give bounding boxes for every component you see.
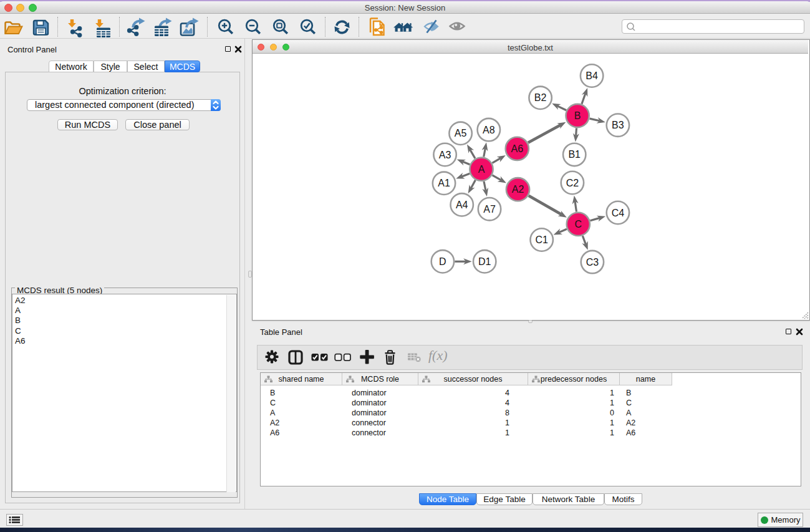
svg-text:B4: B4	[586, 70, 598, 81]
svg-text:A4: A4	[456, 200, 468, 210]
svg-text:A3: A3	[439, 150, 451, 160]
svg-text:A8: A8	[483, 125, 495, 135]
svg-text:A1: A1	[438, 178, 450, 188]
svg-text:D: D	[439, 256, 446, 267]
svg-text:A2: A2	[512, 184, 524, 195]
svg-text:A6: A6	[511, 143, 524, 154]
svg-text:C: C	[575, 219, 582, 230]
svg-text:D1: D1	[478, 256, 491, 267]
svg-text:C2: C2	[566, 178, 579, 188]
svg-text:C1: C1	[535, 235, 548, 245]
svg-text:B: B	[574, 110, 581, 121]
svg-text:B3: B3	[612, 120, 624, 130]
svg-text:B2: B2	[534, 92, 547, 103]
svg-text:A: A	[478, 164, 485, 175]
svg-text:C4: C4	[612, 208, 625, 218]
svg-text:A5: A5	[455, 128, 467, 138]
svg-text:C3: C3	[586, 257, 599, 268]
svg-text:B1: B1	[568, 149, 581, 160]
svg-text:A7: A7	[483, 204, 496, 215]
